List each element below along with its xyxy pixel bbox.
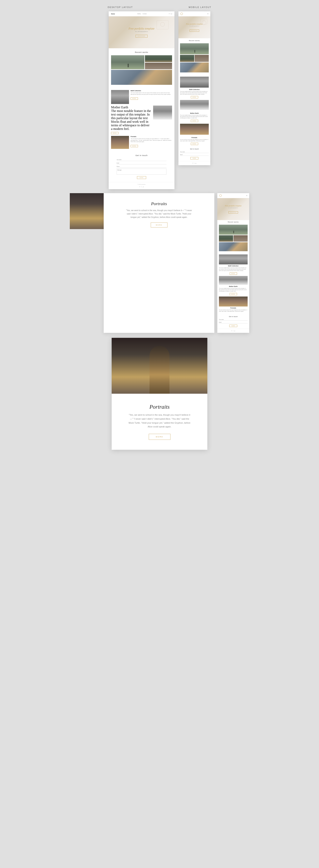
contact-phone-input[interactable] (117, 165, 166, 168)
mobile-mother-more-2[interactable]: MORE (230, 293, 237, 295)
mobile-contact-name[interactable] (180, 151, 209, 153)
mobile-photo-person-2 (233, 235, 248, 242)
pinterest-icon[interactable]: p (171, 13, 172, 14)
mobile-nav-2: ≡ (217, 193, 249, 198)
portraits-card-info: Portraits "Yes, we went to school in the… (131, 136, 172, 147)
mobile-footer-facebook-icon[interactable]: f (193, 162, 193, 164)
mobile-footer-twitter-icon[interactable]: t (194, 162, 194, 164)
mobile-footer-pin-2[interactable]: p (234, 330, 235, 332)
portraits-card-image (111, 136, 129, 150)
nav-logo: Home (111, 13, 115, 14)
mobile-footer-pinterest-icon[interactable]: p (195, 162, 196, 164)
mobile-bw-more-button-2[interactable]: MORE (230, 272, 237, 275)
mobile-contact-name-2[interactable] (219, 318, 248, 321)
twitter-icon[interactable]: t (170, 13, 171, 14)
portraits-full-page: Portraits "Yes, we went to school in the… (111, 338, 208, 450)
bw-collection-more-button[interactable]: MORE (131, 97, 138, 100)
mobile-contact-email[interactable] (180, 154, 209, 156)
bw-collection-title: B&W Collection (131, 90, 172, 91)
mobile-contact-section: Get in touch SEND (179, 147, 210, 161)
mobile-hero-2: Free portfolio template for photographer… (217, 198, 249, 220)
facebook-icon[interactable]: f (169, 13, 169, 14)
mobile-send-button-2[interactable]: SEND (229, 324, 237, 327)
portraits-more-button[interactable]: MORE (131, 145, 138, 147)
mobile-label: MOBILE LAYOUT (189, 6, 211, 8)
contact-title-desktop: Get in touch (117, 154, 166, 156)
left-portrait-image (70, 193, 104, 229)
photo-person-arms (145, 63, 172, 69)
photo-right-stack (145, 55, 172, 69)
page-wrapper: DESKTOP LAYOUT MOBILE LAYOUT Home Galler… (0, 0, 319, 456)
mobile-portraits-more-button[interactable]: MORE (191, 143, 198, 145)
mobile-photo-grid-2b (219, 235, 248, 242)
footer-pinterest-icon[interactable]: p (143, 186, 143, 188)
mobile-photo-person (195, 55, 209, 62)
desktop-footer: © 2016 yourname f t p (109, 182, 174, 189)
nav-link-contact[interactable]: Contact (142, 13, 147, 14)
bottom-portraits-page: Portraits "Yes, we went to school in the… (70, 338, 249, 450)
mobile-mockup-2: ≡ Free portfolio template for photograph… (217, 193, 249, 333)
hamburger-icon[interactable]: ≡ (208, 13, 209, 15)
mobile-portraits-text-2: You can not be to say in the sea, though… (219, 309, 248, 312)
hero-subtitle: for photographers (129, 31, 155, 32)
mobile-mother-earth-more-button[interactable]: MORE (191, 120, 198, 122)
mobile-mother-earth-text: The most notable feature in the text out… (180, 115, 209, 119)
bw-collection-image (111, 90, 129, 104)
mobile-mother-earth-title: Mother Earth (180, 113, 209, 114)
contact-message-input[interactable] (117, 168, 166, 175)
footer-social-icons: f t p (111, 186, 172, 188)
mobile-recent-works-2: Recent works (217, 220, 249, 253)
mobile-mountain-2 (217, 276, 249, 285)
mobile-contact-email-2[interactable] (219, 321, 248, 323)
mobile-footer-tw-2[interactable]: t (233, 330, 233, 332)
hero-content: Free portfolio template for photographer… (129, 27, 155, 37)
mobile-discover-button-2[interactable]: DISCOVER (228, 211, 238, 214)
mobile-photo-cliff-2 (219, 242, 248, 251)
mobile-recent-works-title-2: Recent works (219, 221, 248, 223)
mobile-bw-image (180, 76, 209, 88)
mobile-mother-title-2: Mother Earth (219, 286, 248, 287)
mockups-row: Home Gallery Contact f t p Free portfoli… (70, 11, 249, 189)
mother-earth-more-button[interactable]: MORE (111, 132, 119, 134)
recent-works-title: Recent works (111, 51, 172, 53)
mobile-contact-section-2: Get in touch SEND (217, 314, 249, 329)
mother-earth-text: The most notable feature in the text out… (111, 109, 152, 131)
photo-grid-row1 (111, 55, 172, 69)
mobile-contact-send-button[interactable]: SEND (190, 157, 198, 159)
bw-collection-text: The most notable feature in the text out… (131, 92, 172, 95)
portraits-detail-more-button[interactable]: MORE (151, 222, 167, 227)
camera-decoration (157, 20, 168, 29)
mobile-photo-forest (180, 55, 194, 62)
photo-forest (145, 55, 172, 62)
portraits-detail-text: "Yes, we went to school in the sea, thou… (124, 209, 194, 219)
footer-twitter-icon[interactable]: t (141, 186, 141, 188)
contact-name-input[interactable] (117, 158, 166, 161)
mobile-photo-road (180, 43, 209, 54)
portraits-detail-page: Portraits "Yes, we went to school in the… (104, 193, 214, 333)
mobile-footer-fb-2[interactable]: f (231, 330, 232, 332)
mobile-portraits-image-2 (219, 297, 248, 307)
mobile-discover-button[interactable]: DISCOVER (190, 30, 199, 32)
portraits-full-more-button[interactable]: MORE (149, 434, 170, 440)
nav-link-gallery[interactable]: Gallery (137, 13, 141, 14)
mobile-bw-title-2: B&W Collection (219, 265, 248, 267)
portraits-detail-title: Portraits (118, 201, 200, 206)
mobile-photo-forest-2 (219, 235, 233, 242)
contact-send-button[interactable]: SEND (137, 176, 146, 179)
mobile-hero-subtitle: for photographers (186, 26, 203, 27)
mobile-mother-2: Mother Earth The most notable feature in… (217, 286, 249, 295)
contact-form-desktop: SEND (117, 158, 166, 179)
mobile-bw-more-button[interactable]: MORE (191, 96, 198, 98)
portraits-full-hero (111, 338, 208, 394)
mobile-bw-card-2: B&W Collection The most notable feature … (217, 253, 249, 276)
bw-collection-info: B&W Collection The most notable feature … (131, 90, 172, 100)
contact-email-input[interactable] (117, 162, 166, 164)
footer-facebook-icon[interactable]: f (139, 186, 140, 188)
mobile-footer-2: f t p (217, 329, 249, 333)
discover-button[interactable]: DISCOVER (135, 35, 148, 37)
mobile-recent-works: Recent works (179, 38, 210, 75)
mobile-hero-subtitle-2: for photographers (225, 207, 242, 208)
hamburger-icon-2[interactable]: ≡ (246, 194, 247, 196)
mobile-bw-title: B&W Collection (180, 89, 209, 90)
nav-links: Gallery Contact (137, 13, 147, 14)
